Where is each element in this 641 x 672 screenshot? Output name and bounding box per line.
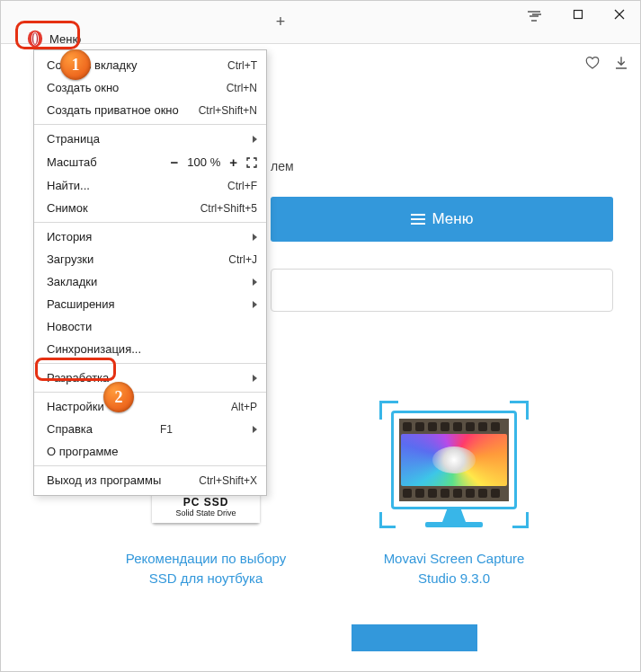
window-controls — [516, 1, 640, 28]
search-input-fragment[interactable] — [271, 269, 613, 312]
menu-item-snapshot[interactable]: Снимок Ctrl+Shift+5 — [34, 197, 266, 219]
menu-item-bookmarks[interactable]: Закладки — [34, 270, 266, 293]
opera-menu-button[interactable]: Меню — [21, 26, 90, 51]
menu-item-new-private-window[interactable]: Создать приватное окно Ctrl+Shift+N — [34, 99, 266, 121]
menu-item-news[interactable]: Новости — [34, 315, 266, 338]
svg-point-10 — [33, 33, 37, 44]
menu-separator — [34, 222, 266, 223]
menu-separator — [34, 363, 266, 364]
menu-item-downloads[interactable]: Загрузки Ctrl+J — [34, 248, 266, 270]
movavi-thumbnail — [364, 393, 544, 545]
menu-item-help[interactable]: Справка F1 — [34, 418, 266, 440]
svg-rect-4 — [574, 11, 583, 19]
menu-item-new-window[interactable]: Создать окно Ctrl+N — [34, 76, 266, 99]
menu-item-new-tab[interactable]: Создать вкладку Ctrl+T — [34, 54, 266, 76]
menu-item-find[interactable]: Найти... Ctrl+F — [34, 174, 266, 197]
maximize-button[interactable] — [557, 1, 599, 28]
article-caption: Рекомендации по выбору SSD для ноутбука — [116, 549, 296, 588]
site-menu-label: Меню — [432, 210, 474, 228]
menu-separator — [34, 465, 266, 466]
menu-item-sync[interactable]: Синхронизация... — [34, 338, 266, 360]
toolbar-right — [584, 55, 629, 71]
menu-item-zoom[interactable]: Масштаб − 100 % + — [34, 150, 266, 174]
menu-separator — [34, 392, 266, 393]
hamburger-icon — [411, 214, 425, 225]
new-tab-button[interactable]: + — [271, 12, 290, 31]
menu-item-developer[interactable]: Разработка — [34, 367, 266, 389]
article-caption: Movavi Screen Capture Studio 9.3.0 — [364, 549, 544, 588]
easy-setup-icon[interactable] — [525, 7, 543, 25]
download-icon[interactable] — [613, 55, 629, 71]
partial-blue-button[interactable] — [352, 624, 477, 651]
fullscreen-icon[interactable] — [246, 157, 257, 168]
zoom-out-button[interactable]: − — [171, 155, 179, 170]
opera-menu-label: Меню — [49, 32, 81, 46]
menu-item-about[interactable]: О программе — [34, 440, 266, 463]
article-card-movavi[interactable]: Movavi Screen Capture Studio 9.3.0 — [364, 393, 544, 588]
bookmark-heart-icon[interactable] — [584, 55, 601, 71]
page-text-fragment: лем — [271, 159, 294, 173]
menu-item-extensions[interactable]: Расширения — [34, 293, 266, 315]
close-button[interactable] — [599, 1, 640, 28]
zoom-value: 100 % — [187, 155, 220, 169]
zoom-in-button[interactable]: + — [229, 155, 237, 170]
menu-item-exit[interactable]: Выход из программы Ctrl+Shift+X — [34, 469, 266, 491]
opera-logo-icon — [26, 30, 44, 48]
menu-item-settings[interactable]: Настройки Alt+P — [34, 395, 266, 418]
opera-main-menu: Создать вкладку Ctrl+T Создать окно Ctrl… — [33, 49, 267, 496]
menu-item-page[interactable]: Страница — [34, 128, 266, 150]
titlebar: + — [1, 1, 640, 44]
menu-item-history[interactable]: История — [34, 225, 266, 248]
site-menu-button[interactable]: Меню — [271, 197, 613, 242]
menu-separator — [34, 124, 266, 125]
